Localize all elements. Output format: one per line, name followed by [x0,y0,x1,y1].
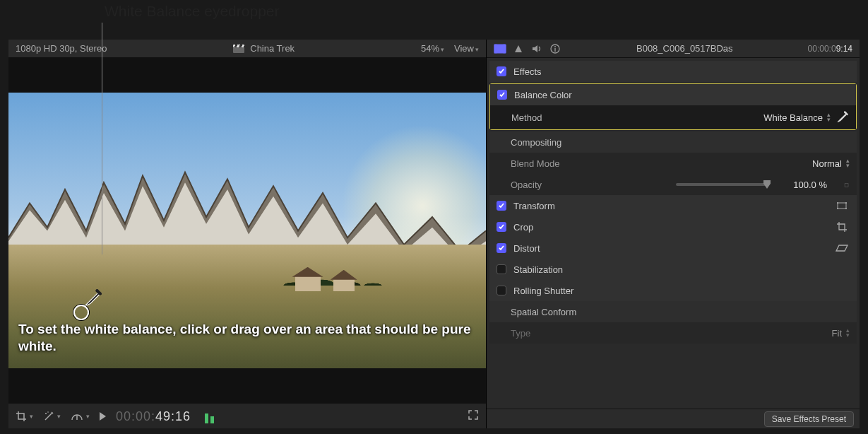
video-frame: To set the white balance, click or drag … [8,93,486,368]
view-dropdown[interactable]: View▾ [454,43,479,54]
viewer-footer: ▾ ▾ ▾ 00:00:49:16 [8,403,486,428]
fullscreen-icon[interactable] [468,409,479,423]
svg-point-11 [837,208,838,209]
opacity-value[interactable]: 100.0 % [778,180,827,190]
enhance-tool-dropdown[interactable]: ▾ [43,411,61,422]
audio-inspector-tab[interactable] [530,44,543,54]
effects-section[interactable]: Effects [489,61,857,82]
callout-line [102,23,102,254]
viewer-header: 1080p HD 30p, Stereo China Trek 54%▾ Vie… [8,40,486,58]
opacity-row: Opacity 100.0 % ◇ [489,174,857,195]
blend-mode-dropdown[interactable]: Normal [812,158,842,169]
svg-point-9 [837,202,838,204]
method-label: Method [511,112,763,123]
inspector-panel: B008_C006_0517BDas 00:00:09:14 Effects B… [486,40,860,428]
method-stepper[interactable]: ▴▾ [827,112,831,122]
blend-mode-row: Blend Mode Normal ▴▾ [489,153,857,174]
compositing-header: Compositing [489,131,857,153]
generator-inspector-tab[interactable] [512,44,525,54]
viewer-title: China Trek [250,43,295,54]
info-inspector-tab[interactable] [549,44,561,54]
viewer-timecode[interactable]: 00:00:49:16 [116,409,191,424]
eyedropper-icon[interactable] [835,110,849,124]
svg-point-0 [45,413,47,414]
app-window: 1080p HD 30p, Stereo China Trek 54%▾ Vie… [8,40,860,428]
svg-point-6 [554,46,556,47]
transform-tool-icon[interactable] [834,201,850,211]
save-effects-preset-button[interactable]: Save Effects Preset [764,411,854,427]
eyedropper-cursor[interactable] [73,305,89,320]
distort-checkbox[interactable] [497,243,506,253]
zoom-dropdown[interactable]: 54%▾ [421,43,444,54]
clapperboard-icon [233,45,244,53]
retime-tool-dropdown[interactable]: ▾ [71,411,90,421]
viewer-canvas[interactable]: To set the white balance, click or drag … [8,58,486,403]
svg-rect-8 [838,203,846,209]
svg-rect-4 [504,45,506,53]
distort-section[interactable]: Distort [489,237,857,259]
viewer-format: 1080p HD 30p, Stereo [16,43,107,54]
transform-section[interactable]: Transform [489,195,857,216]
svg-rect-7 [554,48,555,52]
crop-tool-dropdown[interactable]: ▾ [16,411,33,422]
callout-label: White Balance eyedropper [105,3,279,20]
crop-tool-icon[interactable] [834,221,850,233]
distort-tool-icon[interactable] [834,244,850,252]
blend-stepper[interactable]: ▴▾ [846,158,850,168]
method-dropdown[interactable]: White Balance [763,112,823,123]
keyframe-icon[interactable]: ◇ [842,180,851,189]
stabilization-checkbox[interactable] [497,264,506,274]
crop-checkbox[interactable] [497,222,506,232]
play-button[interactable] [100,412,106,421]
balance-color-row[interactable]: Balance Color [490,84,856,105]
crop-section[interactable]: Crop [489,216,857,237]
balance-color-checkbox[interactable] [497,90,507,100]
inspector-clip-name: B008_C006_0517BDas [569,43,801,54]
svg-rect-3 [494,45,497,53]
transform-checkbox[interactable] [497,201,506,211]
opacity-slider[interactable] [676,183,768,186]
spatial-conform-type-row: Type Fit ▴▾ [489,322,857,344]
stabilization-section[interactable]: Stabilization [489,259,857,280]
spatial-conform-stepper[interactable]: ▴▾ [846,328,850,338]
viewer-overlay-hint: To set the white balance, click or drag … [18,321,476,356]
inspector-body: Effects Balance Color Method White Balan… [487,58,860,409]
rolling-shutter-section[interactable]: Rolling Shutter [489,280,857,301]
balance-color-group: Balance Color Method White Balance ▴▾ [489,83,857,130]
viewer-panel: 1080p HD 30p, Stereo China Trek 54%▾ Vie… [8,40,486,428]
balance-method-row: Method White Balance ▴▾ [490,105,856,129]
effects-checkbox[interactable] [497,66,506,76]
svg-point-1 [47,411,49,413]
inspector-timecode: 00:00:09:14 [808,44,852,54]
svg-point-10 [845,202,847,204]
inspector-footer: Save Effects Preset [487,409,860,428]
spatial-conform-header: Spatial Conform [489,301,857,322]
audio-meters [205,409,214,423]
svg-point-12 [845,208,847,209]
inspector-header: B008_C006_0517BDas 00:00:09:14 [487,40,860,58]
video-inspector-tab[interactable] [494,44,506,54]
rolling-shutter-checkbox[interactable] [497,286,506,295]
spatial-conform-dropdown[interactable]: Fit [832,328,842,339]
